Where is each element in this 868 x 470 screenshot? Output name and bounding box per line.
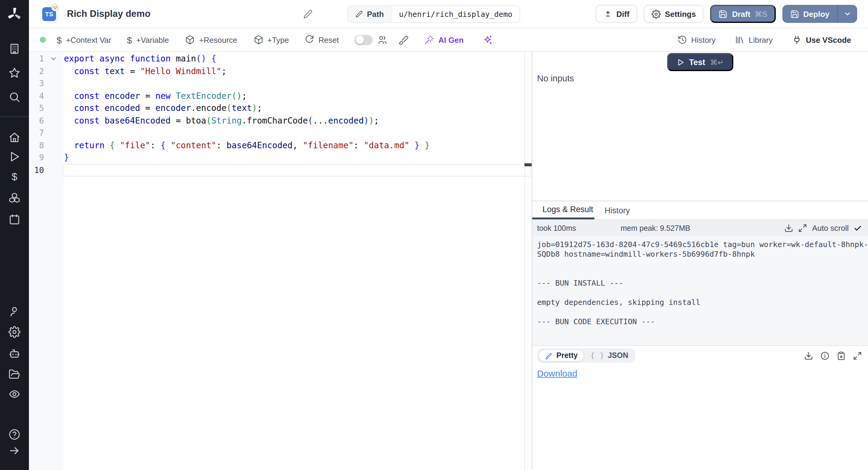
refresh-icon: [305, 35, 314, 44]
copy-clipboard-icon[interactable]: [837, 351, 846, 360]
results-tabs: Logs & Result History: [532, 201, 868, 220]
sidebar-item-users[interactable]: [8, 306, 21, 318]
windmill-app: $ TS: [0, 0, 868, 470]
format-brush-icon[interactable]: [399, 35, 409, 45]
job-log-output[interactable]: job=01912d75-163d-8204-47c9-5469c516cb1e…: [532, 236, 868, 345]
expand-result-icon[interactable]: [853, 351, 862, 360]
diff-mode-toggle[interactable]: [355, 35, 373, 45]
add-type-button[interactable]: +Type: [253, 35, 289, 44]
result-view-switch: Pretty { } JSON: [537, 348, 636, 363]
add-variable-button[interactable]: $ +Variable: [127, 35, 169, 45]
edit-title-pencil-icon[interactable]: [302, 9, 313, 19]
plug-icon: [792, 35, 802, 44]
users-icon[interactable]: [378, 35, 388, 45]
line-numbers: 12345678910: [29, 53, 44, 176]
no-inputs-label: No inputs: [537, 73, 574, 83]
overview-ruler-cursor-mark: [524, 163, 532, 166]
sidebar-divider: [0, 116, 29, 117]
run-panel: Test ⌘↵ No inputs Logs & Result History …: [532, 52, 868, 470]
code-lines[interactable]: export async function main() { const tex…: [64, 53, 523, 176]
magic-wand-icon: [425, 35, 434, 44]
sidebar-item-audit-logs[interactable]: [8, 388, 21, 400]
test-shortcut: ⌘↵: [710, 58, 724, 67]
dollar-icon: $: [127, 35, 132, 45]
view-json-button[interactable]: { } JSON: [584, 350, 634, 361]
info-icon[interactable]: [820, 351, 830, 360]
sidebar-item-folders[interactable]: [8, 368, 21, 380]
use-vscode-button[interactable]: Use VScode: [792, 35, 851, 44]
library-icon: [735, 35, 744, 44]
tab-history[interactable]: History: [603, 201, 631, 219]
emoji-face-icon: [51, 3, 59, 11]
tab-logs-result[interactable]: Logs & Result: [532, 201, 594, 219]
reset-button[interactable]: Reset: [305, 35, 339, 44]
quill-pen-icon: [545, 351, 553, 360]
draft-shortcut: ⌘S: [755, 9, 767, 19]
sidebar-expand-icon[interactable]: [8, 445, 21, 457]
settings-button[interactable]: Settings: [644, 5, 704, 23]
sidebar-item-help[interactable]: [8, 429, 21, 440]
sidebar-item-schedules[interactable]: [8, 213, 21, 225]
save-icon: [719, 9, 728, 19]
chevron-down-icon: [843, 10, 852, 18]
deploy-button[interactable]: Deploy: [782, 5, 837, 23]
package-icon: [253, 35, 263, 44]
windmill-logo-icon[interactable]: [7, 7, 22, 22]
deploy-split-button: Deploy: [782, 5, 857, 23]
sidebar-item-settings[interactable]: [8, 326, 21, 338]
sidebar-item-variables[interactable]: $: [8, 171, 21, 183]
diff-button[interactable]: Diff: [595, 5, 637, 23]
play-icon: [676, 58, 684, 66]
save-icon: [790, 9, 799, 19]
inputs-panel: Test ⌘↵ No inputs: [532, 52, 868, 201]
typescript-badge-icon: TS: [42, 7, 56, 21]
code-editor[interactable]: 12345678910 export async function main()…: [29, 52, 532, 470]
sidebar-item-favorites[interactable]: [8, 67, 21, 79]
ai-gen-button[interactable]: AI Gen: [425, 35, 464, 44]
draft-button[interactable]: Draft ⌘S: [710, 5, 775, 23]
download-result-link[interactable]: Download: [537, 368, 577, 378]
view-pretty-button[interactable]: Pretty: [538, 349, 584, 362]
results-panel: Logs & Result History took 100ms mem pea…: [532, 201, 868, 470]
deploy-dropdown-button[interactable]: [837, 5, 857, 23]
add-context-var-button[interactable]: $ +Context Var: [57, 35, 111, 45]
mem-peak-label: mem peak: 9.527MB: [621, 224, 690, 232]
history-button[interactable]: History: [677, 35, 715, 44]
history-icon: [677, 35, 687, 44]
sidebar-item-workers[interactable]: [8, 348, 21, 360]
pencil-icon: [355, 10, 363, 18]
fold-chevron-icon[interactable]: [50, 55, 57, 63]
sidebar-item-resources[interactable]: [8, 192, 21, 204]
library-button[interactable]: Library: [735, 35, 773, 44]
dollar-icon: $: [57, 35, 62, 45]
expand-logs-icon[interactable]: [798, 224, 807, 232]
auto-scroll-label[interactable]: Auto scroll: [812, 224, 849, 232]
braces-icon: { }: [590, 351, 605, 360]
took-label: took 100ms: [537, 224, 576, 232]
overview-ruler: [524, 52, 525, 470]
page-title: Rich Display demo: [67, 8, 150, 19]
run-meta-bar: took 100ms mem peak: 9.527MB Auto scroll: [532, 220, 868, 236]
sidebar-item-workspace[interactable]: [8, 43, 21, 55]
editor-toolbar: $ +Context Var $ +Variable +Resource +Ty…: [29, 28, 868, 52]
path-label: Path: [347, 6, 392, 22]
auto-scroll-check-icon[interactable]: [854, 224, 862, 232]
sidebar: $: [0, 0, 29, 470]
sparkles-icon[interactable]: [483, 35, 493, 44]
download-logs-icon[interactable]: [784, 224, 794, 232]
add-resource-button[interactable]: +Resource: [185, 35, 237, 44]
path-value[interactable]: u/henri/rich_display_demo: [392, 6, 520, 22]
sidebar-item-search[interactable]: [8, 91, 21, 103]
path-field[interactable]: Path u/henri/rich_display_demo: [347, 5, 520, 23]
status-dot-icon: [40, 37, 46, 43]
result-viewer: Pretty { } JSON: [532, 345, 868, 470]
topbar: TS Rich Display demo Path u/henri/rich_d…: [29, 0, 868, 28]
gear-icon: [652, 9, 661, 19]
sidebar-item-runs[interactable]: [8, 151, 21, 163]
sidebar-item-home[interactable]: [8, 131, 21, 144]
download-result-icon[interactable]: [804, 351, 813, 360]
package-icon: [185, 35, 195, 44]
diff-icon: [603, 9, 612, 19]
test-button[interactable]: Test ⌘↵: [667, 53, 734, 71]
